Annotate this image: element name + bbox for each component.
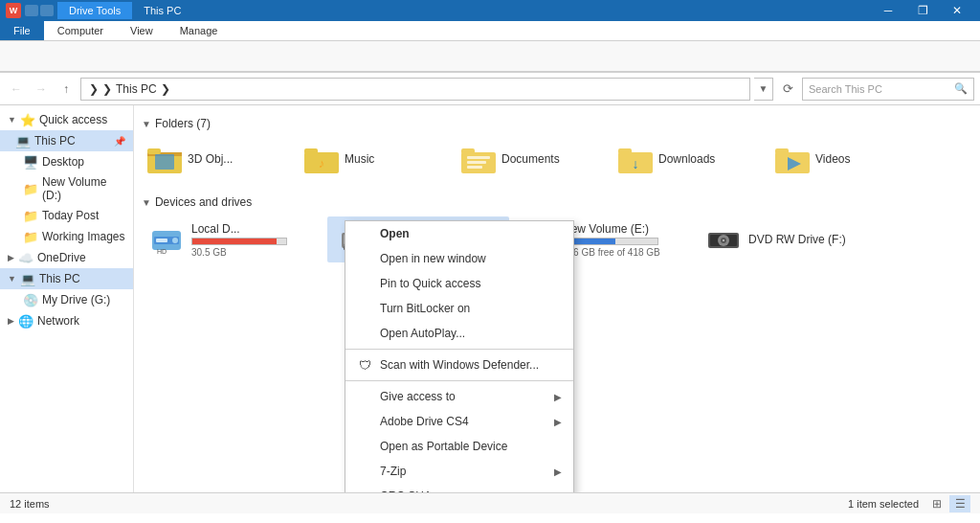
- ctx-pin-quick[interactable]: Pin to Quick access: [345, 271, 573, 296]
- network-arrow: ▶: [8, 316, 14, 326]
- sidebar-item-this-pc-main[interactable]: ▼ 💻 This PC: [0, 268, 133, 289]
- quick-access-icon: ⭐: [20, 112, 35, 127]
- folder-downloads-name: Downloads: [658, 152, 715, 166]
- back-button[interactable]: ←: [6, 79, 27, 100]
- sidebar-label-quick-access: Quick access: [39, 113, 107, 126]
- folder-documents-name: Documents: [501, 152, 560, 166]
- working-images-icon: 📁: [23, 229, 38, 244]
- folder-documents[interactable]: Documents: [456, 138, 609, 180]
- title-tab-drive-tools[interactable]: Drive Tools: [57, 2, 132, 19]
- status-right: 1 item selected ⊞ ☰: [848, 495, 970, 512]
- sidebar-item-network[interactable]: ▶ 🌐 Network: [0, 310, 133, 331]
- sidebar-item-today-post[interactable]: 📁 Today Post: [0, 205, 133, 226]
- sidebar-item-my-drive[interactable]: 💿 My Drive (G:): [0, 289, 133, 310]
- svg-rect-5: [304, 148, 318, 154]
- drive-local-d[interactable]: HD Local D... 30.5 GB: [142, 216, 323, 262]
- ctx-give-access-icon: [357, 389, 372, 404]
- title-tabs: Drive Tools This PC: [57, 2, 192, 19]
- ctx-bitlocker-label: Turn BitLocker on: [380, 302, 470, 315]
- title-bar: W Drive Tools This PC ─ ❐ ✕: [0, 0, 980, 21]
- status-items-count: 12 items: [10, 498, 50, 510]
- ribbon-tab-view[interactable]: View: [117, 21, 167, 40]
- refresh-button[interactable]: ⟳: [777, 79, 798, 100]
- ctx-autoplay[interactable]: Open AutoPlay...: [345, 321, 573, 346]
- drive-local-d-bar-wrap: [191, 238, 287, 245]
- address-dropdown[interactable]: ▼: [754, 78, 773, 101]
- ctx-open-new-window[interactable]: Open in new window: [345, 246, 573, 271]
- folder-music[interactable]: ♪ Music: [299, 138, 452, 180]
- svg-rect-13: [618, 148, 632, 154]
- status-selected: 1 item selected: [848, 498, 919, 510]
- ctx-sep1: [345, 349, 573, 350]
- svg-rect-8: [461, 148, 475, 154]
- search-box[interactable]: Search This PC 🔍: [802, 78, 974, 101]
- svg-rect-21: [156, 239, 167, 242]
- address-path[interactable]: ❯ ❯ This PC ❯: [80, 78, 750, 101]
- drive-local-d-info: Local D... 30.5 GB: [191, 222, 287, 258]
- ctx-adobe-label: Adobe Drive CS4: [380, 415, 469, 428]
- svg-text:DVD: DVD: [718, 249, 730, 255]
- folder-3d-objects[interactable]: 3D Obj...: [142, 138, 295, 180]
- ctx-7zip[interactable]: 7-Zip ▶: [345, 459, 573, 484]
- sidebar-label-desktop: Desktop: [42, 155, 84, 169]
- drive-dvd-rw-name: DVD RW Drive (F:): [748, 233, 846, 246]
- folders-section-header: ▼ Folders (7): [142, 117, 972, 130]
- ctx-open[interactable]: Open: [345, 221, 573, 246]
- ribbon: File Computer View Manage: [0, 21, 980, 73]
- ribbon-tab-manage[interactable]: Manage: [167, 21, 232, 40]
- ribbon-tab-file[interactable]: File: [0, 21, 44, 40]
- ctx-autoplay-label: Open AutoPlay...: [380, 327, 465, 340]
- ctx-crc-sha-icon: [357, 489, 372, 492]
- drive-dvd-rw-info: DVD RW Drive (F:): [748, 233, 846, 246]
- svg-rect-10: [467, 161, 486, 164]
- address-bar: ← → ↑ ❯ ❯ This PC ❯ ▼ ⟳ Search This PC 🔍: [0, 73, 980, 105]
- onedrive-icon: ☁️: [18, 250, 33, 265]
- sidebar-item-this-pc-1[interactable]: 💻 This PC 📌: [0, 130, 133, 151]
- ribbon-content: [0, 41, 980, 72]
- minimize-button[interactable]: ─: [871, 0, 905, 21]
- title-tab-this-pc[interactable]: This PC: [132, 2, 192, 19]
- drives-section-title: Devices and drives: [155, 195, 252, 209]
- maximize-button[interactable]: ❐: [905, 0, 940, 21]
- view-details-button[interactable]: ☰: [949, 495, 970, 512]
- ctx-bitlocker[interactable]: Turn BitLocker on: [345, 296, 573, 321]
- svg-text:↓: ↓: [633, 156, 639, 171]
- sidebar-item-new-volume[interactable]: 📁 New Volume (D:): [0, 172, 133, 205]
- title-bar-left: W Drive Tools This PC: [6, 2, 192, 19]
- forward-button[interactable]: →: [31, 79, 52, 100]
- sidebar-item-working-images[interactable]: 📁 Working Images: [0, 226, 133, 247]
- ctx-adobe-icon: [357, 414, 372, 429]
- volume-icon: 📁: [23, 181, 38, 196]
- sidebar: ▼ ⭐ Quick access 💻 This PC 📌 🖥️ Desktop …: [0, 105, 134, 492]
- folder-documents-icon: [461, 142, 496, 176]
- ctx-adobe[interactable]: Adobe Drive CS4 ▶: [345, 409, 573, 434]
- close-button[interactable]: ✕: [940, 0, 974, 21]
- path-segment: This PC: [116, 82, 157, 96]
- ctx-crc-sha-arrow: ▶: [554, 491, 562, 493]
- ctx-pin-quick-icon: [357, 276, 372, 291]
- sidebar-item-desktop[interactable]: 🖥️ Desktop: [0, 151, 133, 172]
- desktop-icon: 🖥️: [23, 154, 38, 170]
- today-post-icon: 📁: [23, 208, 38, 223]
- ribbon-tab-computer[interactable]: Computer: [44, 21, 117, 40]
- ribbon-tabs: File Computer View Manage: [0, 21, 980, 41]
- ctx-scan[interactable]: 🛡 Scan with Windows Defender...: [345, 352, 573, 377]
- drive-dvd-rw[interactable]: DVD DVD RW Drive (F:): [699, 216, 880, 262]
- folder-videos[interactable]: Videos: [769, 138, 923, 180]
- folder-downloads[interactable]: ↓ Downloads: [612, 138, 766, 180]
- main-layout: ▼ ⭐ Quick access 💻 This PC 📌 🖥️ Desktop …: [0, 105, 980, 492]
- folder-music-icon: ♪: [304, 142, 339, 176]
- svg-text:HD: HD: [157, 248, 167, 255]
- view-large-icons-button[interactable]: ⊞: [926, 495, 947, 512]
- ctx-give-access[interactable]: Give access to ▶: [345, 384, 573, 409]
- folders-section-title: Folders (7): [155, 117, 211, 130]
- ctx-open-label: Open: [380, 227, 410, 240]
- content-area: ▼ Folders (7) 3D Obj...: [134, 105, 980, 492]
- up-button[interactable]: ↑: [56, 79, 77, 100]
- ctx-portable[interactable]: Open as Portable Device: [345, 434, 573, 459]
- ctx-crc-sha[interactable]: CRC SHA ▶: [345, 484, 573, 492]
- sidebar-item-quick-access[interactable]: ▼ ⭐ Quick access: [0, 109, 133, 130]
- sidebar-item-onedrive[interactable]: ▶ ☁️ OneDrive: [0, 247, 133, 268]
- this-pc-arrow: ▼: [8, 274, 16, 284]
- drive-local-d-bar: [192, 239, 277, 244]
